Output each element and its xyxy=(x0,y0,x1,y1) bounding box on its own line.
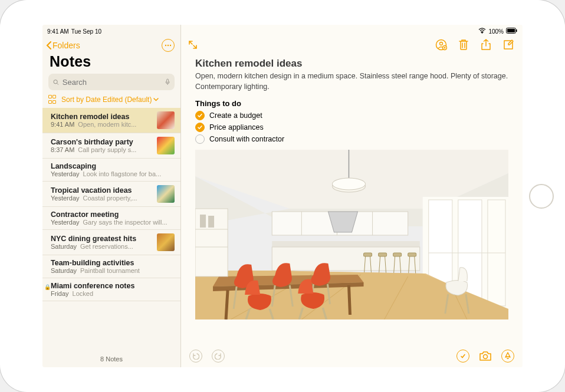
checklist: Create a budgetPrice appliancesConsult w… xyxy=(195,110,508,145)
note-item-time: Saturday xyxy=(51,267,77,274)
checklist-label: Price appliances xyxy=(209,123,264,131)
note-item-title: Contractor meeting xyxy=(51,210,175,219)
svg-rect-2 xyxy=(516,29,517,32)
checkbox-unchecked-icon[interactable] xyxy=(195,134,205,144)
expand-button[interactable] xyxy=(187,39,199,51)
note-list-item[interactable]: Team-building activitiesSaturdayPaintbal… xyxy=(42,255,180,278)
sort-button[interactable]: Sort by Date Edited (Default) xyxy=(61,95,159,104)
svg-rect-22 xyxy=(272,241,419,247)
svg-point-16 xyxy=(332,178,365,190)
sidebar-title: Notes xyxy=(42,53,180,74)
collaborate-button[interactable] xyxy=(435,39,447,51)
svg-line-7 xyxy=(57,83,58,84)
back-button[interactable]: Folders xyxy=(46,41,80,50)
dictation-icon[interactable] xyxy=(165,78,170,86)
svg-rect-24 xyxy=(364,253,372,256)
lock-icon: 🔒 xyxy=(44,284,51,290)
note-item-preview: Get reservations... xyxy=(80,243,133,250)
markup-button[interactable] xyxy=(501,350,514,363)
note-body[interactable]: Kitchen remodel ideas Open, modern kitch… xyxy=(181,53,523,346)
redo-button[interactable] xyxy=(212,350,225,363)
note-item-title: Miami conference notes xyxy=(51,282,175,290)
gallery-view-button[interactable] xyxy=(48,95,58,104)
svg-point-5 xyxy=(170,45,171,46)
checkbox-checked-icon[interactable] xyxy=(195,123,205,132)
sort-row: Sort by Date Edited (Default) xyxy=(42,95,180,108)
checklist-label: Consult with contractor xyxy=(209,135,284,143)
compose-button[interactable] xyxy=(502,39,514,51)
note-item-time: 9:41 AM xyxy=(51,121,74,128)
checklist-button[interactable] xyxy=(456,350,469,363)
note-item-title: Landscaping xyxy=(51,162,175,170)
checklist-item[interactable]: Create a budget xyxy=(195,110,508,121)
svg-rect-1 xyxy=(507,29,515,32)
sidebar: Folders Notes Sort by Date Edited (Defau… xyxy=(42,25,181,367)
battery-icon xyxy=(506,28,518,35)
svg-rect-30 xyxy=(393,253,402,256)
note-item-title: NYC dining greatest hits xyxy=(51,235,152,243)
battery-percent: 100% xyxy=(488,28,504,35)
svg-point-6 xyxy=(54,80,57,83)
note-thumb xyxy=(157,137,175,154)
camera-button[interactable] xyxy=(479,350,492,363)
svg-point-10 xyxy=(440,42,443,45)
detail-bottombar xyxy=(181,346,523,367)
svg-rect-8 xyxy=(166,79,168,83)
note-list-item[interactable]: NYC dining greatest hitsSaturdayGet rese… xyxy=(42,230,180,255)
note-title: Kitchen remodel ideas xyxy=(195,58,508,70)
ellipsis-icon xyxy=(165,44,172,47)
note-item-time: 8:37 AM xyxy=(51,146,74,153)
note-list-item[interactable]: 🔒Miami conference notesFridayLocked xyxy=(42,278,180,301)
wifi-icon xyxy=(478,28,486,35)
note-item-preview: Look into flagstone for ba... xyxy=(83,170,162,177)
svg-rect-67 xyxy=(208,216,214,228)
note-item-preview: Gary says the inspector will... xyxy=(83,219,167,226)
checklist-item[interactable]: Price appliances xyxy=(195,121,508,133)
screen: 9:41 AM Tue Sep 10 100% Folders xyxy=(42,25,523,367)
detail-toolbar xyxy=(181,37,523,53)
note-list-item[interactable]: LandscapingYesterdayLook into flagstone … xyxy=(42,159,180,182)
note-item-time: Yesterday xyxy=(51,170,80,177)
back-label: Folders xyxy=(52,41,80,50)
note-item-time: Saturday xyxy=(51,243,77,250)
note-thumb xyxy=(157,111,175,129)
note-item-time: Friday xyxy=(51,290,69,297)
search-input[interactable] xyxy=(63,78,162,87)
svg-line-50 xyxy=(349,285,350,315)
note-description: Open, modern kitchen design in a medium … xyxy=(195,71,508,92)
svg-rect-33 xyxy=(408,253,416,256)
status-time: 9:41 AM xyxy=(47,28,69,35)
notes-list: Kitchen remodel ideas9:41 AMOpen, modern… xyxy=(42,108,180,350)
ipad-device: 9:41 AM Tue Sep 10 100% Folders xyxy=(0,0,565,392)
note-thumb xyxy=(157,233,175,251)
svg-point-68 xyxy=(484,355,488,359)
sort-label: Sort by Date Edited (Default) xyxy=(61,95,152,104)
checkbox-checked-icon[interactable] xyxy=(195,111,205,120)
svg-rect-66 xyxy=(200,215,206,228)
share-button[interactable] xyxy=(480,39,492,51)
note-item-preview: Coastal property,... xyxy=(83,195,137,202)
note-item-time: Yesterday xyxy=(51,195,80,202)
note-list-item[interactable]: Kitchen remodel ideas9:41 AMOpen, modern… xyxy=(42,108,180,133)
note-list-item[interactable]: Carson's birthday party8:37 AMCall party… xyxy=(42,133,180,159)
note-image[interactable] xyxy=(195,150,508,319)
note-list-item[interactable]: Contractor meetingYesterdayGary says the… xyxy=(42,207,180,230)
note-item-preview: Open, modern kitc... xyxy=(78,121,136,128)
home-button[interactable] xyxy=(529,184,554,209)
chevron-left-icon xyxy=(46,41,52,50)
checklist-label: Create a budget xyxy=(209,111,262,120)
note-item-time: Yesterday xyxy=(51,219,80,226)
search-field[interactable] xyxy=(48,74,175,90)
note-item-title: Carson's birthday party xyxy=(51,138,152,146)
delete-button[interactable] xyxy=(458,39,469,51)
svg-rect-23 xyxy=(272,247,419,271)
checklist-item[interactable]: Consult with contractor xyxy=(195,133,508,145)
more-button[interactable] xyxy=(162,39,175,52)
status-bar: 9:41 AM Tue Sep 10 100% xyxy=(42,25,523,37)
checklist-heading: Things to do xyxy=(195,99,508,108)
undo-button[interactable] xyxy=(189,350,202,363)
note-item-title: Tropical vacation ideas xyxy=(51,186,152,195)
note-list-item[interactable]: Tropical vacation ideasYesterdayCoastal … xyxy=(42,182,180,207)
note-item-preview: Paintball tournament xyxy=(80,267,140,274)
svg-point-3 xyxy=(165,45,166,46)
